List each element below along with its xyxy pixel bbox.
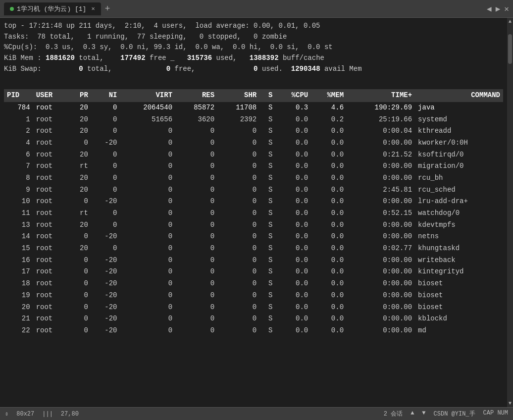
num-label: CAP NUM	[483, 410, 508, 418]
new-tab-button[interactable]: +	[101, 3, 114, 14]
cell-5-3: 0	[91, 160, 120, 172]
cell-5-4: 0	[120, 160, 175, 172]
cell-3-1: root	[33, 137, 69, 149]
session-down-icon[interactable]: ▼	[422, 410, 425, 418]
cell-0-6: 11708	[217, 102, 259, 114]
cell-0-9: 4.6	[311, 102, 347, 114]
cell-10-2: 20	[68, 219, 91, 231]
table-row[interactable]: 9root200000S0.00.02:45.81rcu_sched	[4, 184, 503, 196]
cell-19-11: md	[415, 325, 503, 337]
cell-11-0: 14	[4, 231, 33, 243]
cell-2-9: 0.0	[311, 125, 347, 137]
cell-16-7: S	[259, 290, 275, 302]
cell-13-4: 0	[120, 255, 175, 266]
table-row[interactable]: 10root0-20000S0.00.00:00.00lru-add-dra+	[4, 196, 503, 208]
cell-18-5: 0	[175, 313, 217, 325]
scroll-up-icon[interactable]: ▲	[509, 19, 512, 24]
cell-0-4: 2064540	[120, 102, 175, 114]
cell-19-3: -20	[91, 325, 120, 337]
cell-12-0: 15	[4, 243, 33, 255]
scrollbar-thumb[interactable]	[508, 34, 512, 64]
cell-3-0: 4	[4, 137, 33, 149]
cell-5-10: 0:00.00	[347, 160, 415, 172]
cell-16-2: 0	[68, 290, 91, 302]
cell-17-11: bioset	[415, 302, 503, 314]
table-row[interactable]: 17root0-20000S0.00.00:00.00kintegrityd	[4, 266, 503, 278]
table-row[interactable]: 2root200000S0.00.00:00.04kthreadd	[4, 125, 503, 137]
cell-19-5: 0	[175, 325, 217, 337]
scrollbar[interactable]: ▲ ▼	[507, 18, 513, 407]
table-row[interactable]: 18root0-20000S0.00.00:00.00bioset	[4, 278, 503, 290]
cell-3-2: 0	[68, 137, 91, 149]
table-row[interactable]: 19root0-20000S0.00.00:00.00bioset	[4, 290, 503, 302]
tab-close-icon[interactable]: ✕	[91, 5, 95, 12]
cell-14-1: root	[33, 266, 69, 278]
terminal-size: 80x27	[16, 411, 34, 418]
window-close-icon[interactable]: ✕	[504, 4, 509, 14]
session-up-icon[interactable]: ▲	[410, 410, 414, 418]
tab[interactable]: 1学习机 (华为云) [1] ✕	[4, 2, 101, 15]
table-row[interactable]: 6root200000S0.00.00:21.52ksoftirqd/0	[4, 149, 503, 161]
table-row[interactable]: 13root200000S0.00.00:00.00kdevtmpfs	[4, 219, 503, 231]
cell-3-6: 0	[217, 137, 259, 149]
table-row[interactable]: 14root0-20000S0.00.00:00.00netns	[4, 231, 503, 243]
cell-11-7: S	[259, 231, 275, 243]
cell-1-0: 1	[4, 114, 33, 126]
table-row[interactable]: 11rootrt0000S0.00.00:52.15watchdog/0	[4, 208, 503, 219]
cell-3-7: S	[259, 137, 275, 149]
cell-3-10: 0:00.00	[347, 137, 415, 149]
cell-5-1: root	[33, 160, 69, 172]
cell-12-1: root	[33, 243, 69, 255]
cell-6-10: 0:00.00	[347, 172, 415, 184]
cell-3-4: 0	[120, 137, 175, 149]
cell-9-1: root	[33, 208, 69, 219]
cell-8-10: 0:00.00	[347, 196, 415, 208]
nav-left-icon[interactable]: ◀	[487, 4, 492, 14]
cell-7-7: S	[259, 184, 275, 196]
cell-10-1: root	[33, 219, 69, 231]
table-row[interactable]: 7rootrt0000S0.00.00:00.00migration/0	[4, 160, 503, 172]
cell-17-1: root	[33, 302, 69, 314]
cell-13-2: 0	[68, 255, 91, 266]
cell-12-10: 0:02.77	[347, 243, 415, 255]
cell-5-9: 0.0	[311, 160, 347, 172]
cell-18-0: 21	[4, 313, 33, 325]
cell-13-6: 0	[217, 255, 259, 266]
cell-12-9: 0.0	[311, 243, 347, 255]
cell-7-8: 0.0	[275, 184, 311, 196]
table-row[interactable]: 16root0-20000S0.00.00:00.00writeback	[4, 255, 503, 266]
cell-6-9: 0.0	[311, 172, 347, 184]
cell-11-9: 0.0	[311, 231, 347, 243]
table-row[interactable]: 20root0-20000S0.00.00:00.00bioset	[4, 302, 503, 314]
cell-5-6: 0	[217, 160, 259, 172]
cell-10-8: 0.0	[275, 219, 311, 231]
top-line2: Tasks: 78 total, 1 running, 77 sleeping,…	[4, 32, 503, 43]
cell-4-4: 0	[120, 149, 175, 161]
cell-1-6: 2392	[217, 114, 259, 126]
cell-8-8: 0.0	[275, 196, 311, 208]
cell-9-4: 0	[120, 208, 175, 219]
cell-18-10: 0:00.00	[347, 313, 415, 325]
table-row[interactable]: 784root20020645408587211708S0.34.6190:29…	[4, 102, 503, 114]
cell-3-8: 0.0	[275, 137, 311, 149]
scroll-down-icon[interactable]: ▼	[509, 401, 512, 406]
table-row[interactable]: 8root200000S0.00.00:00.00rcu_bh	[4, 172, 503, 184]
cell-19-8: 0.0	[275, 325, 311, 337]
table-row[interactable]: 1root2005165636202392S0.00.225:19.66syst…	[4, 114, 503, 126]
column-header-virt: VIRT	[120, 89, 175, 102]
cell-11-11: netns	[415, 231, 503, 243]
cell-14-3: -20	[91, 266, 120, 278]
cell-1-11: systemd	[415, 114, 503, 126]
cell-4-9: 0.0	[311, 149, 347, 161]
cell-13-0: 16	[4, 255, 33, 266]
cell-12-5: 0	[175, 243, 217, 255]
cell-15-6: 0	[217, 278, 259, 290]
table-row[interactable]: 22root0-20000S0.00.00:00.00md	[4, 325, 503, 337]
table-row[interactable]: 15root200000S0.00.00:02.77khungtaskd	[4, 243, 503, 255]
cell-11-8: 0.0	[275, 231, 311, 243]
nav-right-icon[interactable]: ▶	[496, 4, 501, 14]
table-row[interactable]: 21root0-20000S0.00.00:00.00kblockd	[4, 313, 503, 325]
cell-8-5: 0	[175, 196, 217, 208]
table-row[interactable]: 4root0-20000S0.00.00:00.00kworker/0:0H	[4, 137, 503, 149]
terminal-content[interactable]: top - 17:21:48 up 211 days, 2:10, 4 user…	[0, 18, 507, 407]
